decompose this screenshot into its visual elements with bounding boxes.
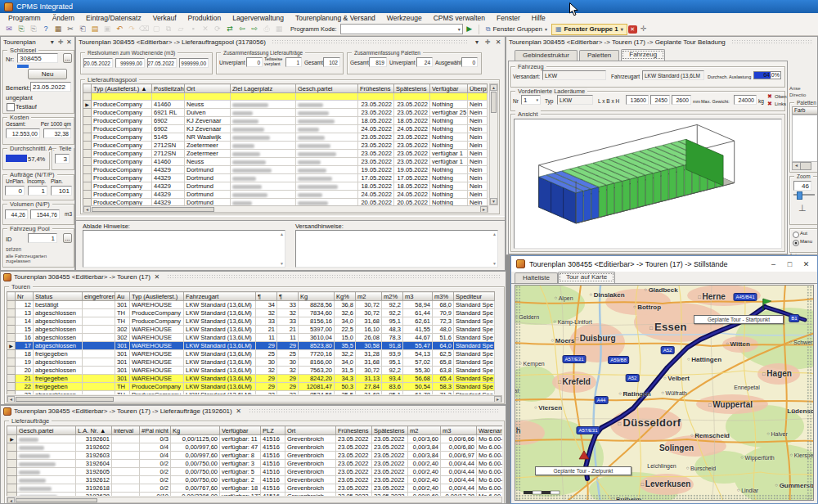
- column-header[interactable]: Überprodu: [468, 84, 488, 93]
- fenster-gruppen-button[interactable]: ⧉ Fenster Gruppen ▾: [483, 25, 551, 34]
- cell[interactable]: 0,00/750,00: [171, 468, 220, 476]
- menu-item--ndern[interactable]: Ändern: [47, 14, 80, 22]
- cut-icon[interactable]: ✂: [65, 24, 76, 34]
- cell[interactable]: 302: [115, 334, 130, 342]
- pin-group-icon[interactable]: ✛: [638, 24, 649, 34]
- cell[interactable]: [430, 93, 468, 101]
- cell[interactable]: Grevenbroich: [285, 468, 336, 476]
- map-window-titlebar[interactable]: Tourenplan 308455 <Editierbar> -> Touren…: [511, 256, 817, 272]
- cell[interactable]: [296, 117, 358, 125]
- cell[interactable]: 64,0: [433, 342, 454, 350]
- pin-icon[interactable]: ✛: [57, 38, 63, 47]
- cell[interactable]: abgeschlossen: [34, 358, 83, 367]
- cell[interactable]: bestätigt: [34, 301, 83, 309]
- column-header[interactable]: Nr: [16, 292, 34, 301]
- cell[interactable]: 92,2: [382, 309, 403, 317]
- cell[interactable]: 0/2: [140, 476, 171, 484]
- forward-icon[interactable]: ⇨: [249, 24, 260, 34]
- cell[interactable]: [296, 109, 358, 117]
- cell[interactable]: Nothing: [430, 133, 468, 142]
- cell[interactable]: [112, 443, 140, 452]
- cell[interactable]: freigegeben: [34, 350, 83, 358]
- cell[interactable]: 20: [16, 367, 34, 375]
- column-header[interactable]: m3: [441, 426, 477, 435]
- cell[interactable]: [17, 452, 76, 460]
- neu-button[interactable]: Neu: [28, 69, 67, 79]
- cell[interactable]: 3192628: [76, 493, 112, 497]
- cell[interactable]: 2712SN: [152, 150, 185, 158]
- cell[interactable]: 56,68: [403, 375, 433, 383]
- cell[interactable]: 32,6: [335, 309, 356, 317]
- cell[interactable]: 78,3: [382, 334, 403, 342]
- touren-window-titlebar[interactable]: Tourenplan 308455 <Editierbar> -> Touren…: [1, 272, 506, 282]
- copy-remove-icon[interactable]: ⎘: [28, 24, 39, 34]
- cell[interactable]: 21: [16, 375, 34, 383]
- cell[interactable]: verfügbar 25: [430, 109, 468, 117]
- cell[interactable]: 55,30: [403, 367, 433, 375]
- column-header[interactable]: Ort: [285, 426, 336, 435]
- table-row[interactable]: 31926280/100,00/2386,00verfügbar: 173415…: [7, 493, 503, 497]
- cell[interactable]: KJ Zevenaar: [185, 125, 231, 133]
- close-icon[interactable]: ✕: [235, 407, 243, 416]
- cell[interactable]: abgeschlossen: [34, 367, 83, 375]
- zoom-input[interactable]: 46: [793, 181, 811, 191]
- row-selector[interactable]: [83, 133, 92, 142]
- column-header[interactable]: Kg: [299, 292, 335, 301]
- cell[interactable]: 44329: [152, 191, 185, 199]
- cell[interactable]: 23.05.2022: [372, 476, 408, 484]
- cell[interactable]: Nein: [468, 109, 488, 117]
- column-header[interactable]: Typ (Auslieferst.): [130, 292, 184, 301]
- table-row[interactable]: 20abgeschlossen301WAREHOUSELKW Standard …: [7, 367, 495, 375]
- row-selector[interactable]: [83, 166, 92, 174]
- cell[interactable]: LKW Standard (13,6LM): [184, 334, 256, 342]
- cell[interactable]: Nein: [468, 125, 488, 133]
- cell[interactable]: [296, 133, 358, 142]
- cell[interactable]: [231, 133, 296, 142]
- cell[interactable]: [185, 93, 231, 101]
- undo-icon[interactable]: ↶: [114, 24, 125, 34]
- row-selector[interactable]: [83, 182, 92, 191]
- cell[interactable]: LKW Standard (13,6LM): [184, 350, 256, 358]
- cell[interactable]: 32: [256, 367, 277, 375]
- cell[interactable]: Dortmund: [185, 199, 231, 206]
- cell[interactable]: 41516: [261, 484, 285, 493]
- cell[interactable]: 0/2: [140, 460, 171, 468]
- cell[interactable]: 44,67: [403, 334, 433, 342]
- cell[interactable]: [231, 93, 296, 101]
- cell[interactable]: abgeschlossen: [34, 326, 83, 334]
- column-header[interactable]: Spätestens: [372, 426, 408, 435]
- row-selector[interactable]: [7, 452, 17, 460]
- cell[interactable]: [231, 109, 296, 117]
- cell[interactable]: 48,0: [433, 326, 454, 334]
- liefer-window-titlebar[interactable]: Tourenplan 308455 <Editierbar> -> Touren…: [1, 406, 506, 416]
- cell[interactable]: ProduceCompany: [92, 117, 152, 125]
- cell[interactable]: 30: [277, 358, 299, 367]
- cell[interactable]: Nein: [468, 191, 488, 199]
- cell[interactable]: [231, 158, 296, 166]
- row-selector[interactable]: [7, 301, 16, 309]
- cell[interactable]: 30,72: [356, 309, 382, 317]
- menu-item-lagerverwaltung[interactable]: Lagerverwaltung: [227, 14, 290, 22]
- table-row[interactable]: 19abgeschlossen301WAREHOUSELKW Standard …: [7, 358, 495, 367]
- cell[interactable]: Standard Spe: [454, 326, 495, 334]
- cell[interactable]: 21: [256, 326, 277, 334]
- table-row[interactable]: [83, 93, 488, 101]
- cell[interactable]: 95,1: [382, 391, 403, 395]
- cell[interactable]: WAREHOUSE: [130, 358, 184, 367]
- cell[interactable]: verfügbar: 11: [220, 435, 261, 443]
- cell[interactable]: 8156,16: [299, 317, 335, 326]
- cell[interactable]: 0,00/2,40: [408, 460, 441, 468]
- cell[interactable]: 301: [115, 350, 130, 358]
- cell[interactable]: [83, 334, 115, 342]
- cell[interactable]: 29: [256, 342, 277, 350]
- cell[interactable]: TH: [115, 317, 130, 326]
- pool-browse-button[interactable]: ...: [63, 233, 72, 243]
- cell[interactable]: LKW Standard (13,6LM): [184, 367, 256, 375]
- cell[interactable]: 83,6: [382, 383, 403, 391]
- cell[interactable]: 44329: [152, 166, 185, 174]
- cell[interactable]: [17, 493, 76, 497]
- cell[interactable]: verfügbar: 2: [220, 476, 261, 484]
- cell[interactable]: 41,55: [403, 326, 433, 334]
- cell[interactable]: [112, 484, 140, 493]
- table-row[interactable]: ProduceCompany6921 RLDuiven23.05.202223.…: [83, 109, 488, 117]
